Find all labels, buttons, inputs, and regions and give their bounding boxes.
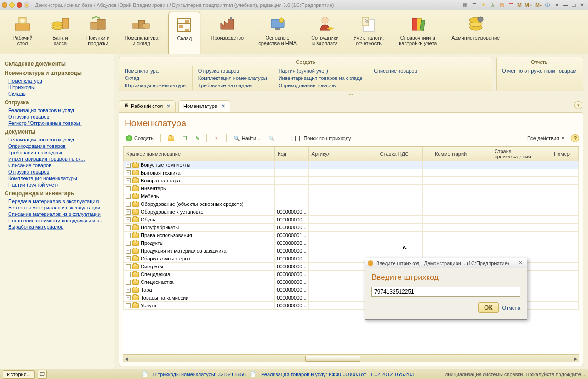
tab-close-button[interactable]: ✕ bbox=[221, 103, 225, 109]
section-admin[interactable]: Администрирование bbox=[447, 12, 504, 54]
column-header[interactable]: Комментарий bbox=[432, 147, 491, 161]
scroll-thumb[interactable] bbox=[305, 356, 360, 362]
sidebar-link[interactable]: Оприходование товаров bbox=[8, 143, 109, 149]
status-link-barcodes[interactable]: Штрихкоды номенклатуры: 3215465656 bbox=[153, 372, 246, 377]
panel-link[interactable]: Комплектация номенклатуры bbox=[198, 74, 267, 82]
section-assets[interactable]: Основныесредства и НМА bbox=[254, 12, 301, 54]
barcode-search-button[interactable]: ❘❘❘ Поиск по штрихкоду bbox=[286, 133, 354, 143]
help-button[interactable]: ? bbox=[571, 134, 579, 142]
windows-button[interactable]: ❐ bbox=[38, 370, 47, 379]
section-production[interactable]: Производство bbox=[206, 12, 248, 54]
panel-link[interactable]: Инвентаризация товаров на складе bbox=[279, 74, 363, 82]
expand-icon[interactable]: + bbox=[126, 209, 131, 215]
new-folder-button[interactable] bbox=[165, 133, 177, 143]
doc-tab[interactable]: 🖥 Рабочий стол✕ bbox=[119, 100, 176, 112]
section-nomenclature[interactable]: Номенклатураи склад bbox=[120, 12, 163, 54]
doc-tab[interactable]: Номенклатура✕ bbox=[178, 100, 230, 112]
section-refs[interactable]: Справочники инастройки учета bbox=[394, 12, 441, 54]
sidebar-link[interactable]: Выработка материалов bbox=[8, 224, 109, 230]
dropdown-icon[interactable]: ▾ bbox=[553, 1, 560, 9]
titlebar-icon[interactable] bbox=[17, 2, 22, 8]
table-row[interactable]: +Возвратная тара bbox=[124, 177, 579, 185]
expand-icon[interactable]: + bbox=[126, 249, 131, 254]
sidebar-link[interactable]: Возвраты материалов из эксплуатации bbox=[8, 205, 109, 210]
sidebar-link[interactable]: Требования-накладные bbox=[8, 150, 109, 155]
sidebar-link[interactable]: Комплектация номенклатуры bbox=[8, 175, 109, 181]
delete-button[interactable]: ✕ bbox=[211, 133, 223, 143]
titlebar-icon[interactable] bbox=[9, 2, 15, 8]
panel-link[interactable]: Списание товаров bbox=[374, 67, 417, 74]
sidebar-link[interactable]: Отгрузка товаров bbox=[8, 114, 109, 119]
section-hr[interactable]: Сотрудникии зарплата bbox=[307, 12, 343, 54]
table-row[interactable]: +Оборудование (объекты основных средств) bbox=[124, 200, 579, 208]
minimize-button[interactable]: — bbox=[561, 2, 570, 8]
section-sales[interactable]: Покупки ипродажи bbox=[82, 12, 114, 54]
star-icon[interactable]: ★ bbox=[480, 1, 487, 9]
star-icon[interactable]: ★ bbox=[24, 2, 29, 8]
table-row[interactable]: +Полуфабрикаты000000000... bbox=[124, 224, 579, 232]
calendar-icon[interactable]: ☷ bbox=[508, 1, 515, 9]
expand-icon[interactable]: + bbox=[126, 295, 131, 300]
scroll-left-icon[interactable]: ◄ bbox=[123, 355, 130, 362]
table-row[interactable]: +Бонусные комплекты bbox=[124, 161, 579, 169]
expand-icon[interactable]: + bbox=[126, 202, 131, 207]
sidebar-link[interactable]: Отгрузка товаров bbox=[8, 169, 109, 175]
column-header[interactable]: Краткое наименование bbox=[124, 147, 275, 161]
sidebar-link[interactable]: Реализация товаров и услуг bbox=[8, 107, 109, 113]
barcode-input[interactable] bbox=[371, 287, 520, 297]
dialog-close-button[interactable]: ✕ bbox=[517, 260, 524, 267]
expand-icon[interactable]: + bbox=[126, 178, 131, 183]
column-header[interactable]: Код bbox=[275, 147, 308, 161]
expand-icon[interactable]: + bbox=[126, 303, 131, 308]
expand-icon[interactable]: + bbox=[126, 217, 131, 222]
expand-icon[interactable]: + bbox=[126, 256, 131, 261]
sidebar-link[interactable]: Списание материалов из эксплуатации bbox=[8, 211, 109, 217]
column-header[interactable] bbox=[423, 147, 432, 161]
edit-button[interactable]: ✎ bbox=[192, 133, 203, 143]
panel-link[interactable]: Оприходование товаров bbox=[279, 82, 363, 89]
column-header[interactable]: Артикул bbox=[308, 147, 377, 161]
section-tax[interactable]: %Учет, налоги,отчетность bbox=[349, 12, 388, 54]
table-row[interactable]: +Бытовая техника bbox=[124, 169, 579, 177]
panel-link[interactable]: Отчет по отгруженным товарам bbox=[502, 67, 577, 74]
clear-find-button[interactable]: 🔍 bbox=[265, 133, 278, 143]
sidebar-link[interactable]: Реализация товаров и услуг bbox=[8, 137, 109, 142]
table-row[interactable]: +Продукция из материалов заказчика000000… bbox=[124, 247, 579, 255]
table-row[interactable]: +Мебель bbox=[124, 192, 579, 200]
expand-icon[interactable]: + bbox=[126, 225, 131, 230]
table-row[interactable]: +Продукты000000000... bbox=[124, 239, 579, 247]
expand-icon[interactable]: + bbox=[126, 280, 131, 285]
maximize-button[interactable]: □ bbox=[570, 2, 578, 8]
section-bank[interactable]: Банк икасса bbox=[44, 12, 76, 54]
sidebar-link[interactable]: Номенклатура bbox=[8, 78, 109, 84]
m-button[interactable]: M bbox=[517, 2, 522, 8]
expand-icon[interactable]: + bbox=[126, 272, 131, 277]
section-warehouse[interactable]: Склад bbox=[168, 12, 200, 54]
m-minus-button[interactable]: M- bbox=[535, 2, 542, 8]
expand-icon[interactable]: + bbox=[126, 163, 131, 168]
table-row[interactable]: +Обувь000000000... bbox=[124, 216, 579, 224]
cancel-button[interactable]: Отмена bbox=[502, 305, 520, 311]
ok-button[interactable]: ОК bbox=[478, 302, 499, 313]
dialog-titlebar[interactable]: Введите штрихкод - Демонстрацион... (1С:… bbox=[365, 258, 527, 268]
expand-icon[interactable]: + bbox=[126, 233, 131, 238]
sidebar-link[interactable]: Погашение стоимости спецодежды и с... bbox=[8, 218, 109, 223]
info-icon[interactable]: ⓘ bbox=[544, 1, 551, 9]
table-row[interactable]: +Инвентарь bbox=[124, 185, 579, 192]
find-button[interactable]: 🔍 Найти... bbox=[230, 133, 264, 143]
time-icon[interactable]: ◷ bbox=[489, 1, 497, 9]
create-button[interactable]: Создать bbox=[123, 133, 157, 143]
expand-icon[interactable]: + bbox=[126, 186, 131, 191]
sidebar-link[interactable]: Партии (ручной учет) bbox=[8, 182, 109, 187]
column-header[interactable]: Ставка НДС bbox=[377, 147, 422, 161]
horizontal-scrollbar[interactable]: ◄ ► bbox=[123, 355, 579, 362]
table-row[interactable]: +Оборудование к установке000000000... bbox=[124, 208, 579, 216]
tab-close-button[interactable]: ✕ bbox=[166, 103, 171, 109]
collapse-button[interactable]: ▾ bbox=[574, 101, 582, 109]
table-row[interactable]: +Права использования000000001... bbox=[124, 232, 579, 239]
m-plus-button[interactable]: M+ bbox=[525, 2, 532, 8]
panel-link[interactable]: Отгрузка товаров bbox=[198, 67, 267, 74]
panel-link[interactable]: Склад bbox=[125, 74, 187, 82]
section-desktop[interactable]: Рабочийстол bbox=[6, 12, 39, 54]
sidebar-link[interactable]: Штрихкоды bbox=[8, 85, 109, 90]
